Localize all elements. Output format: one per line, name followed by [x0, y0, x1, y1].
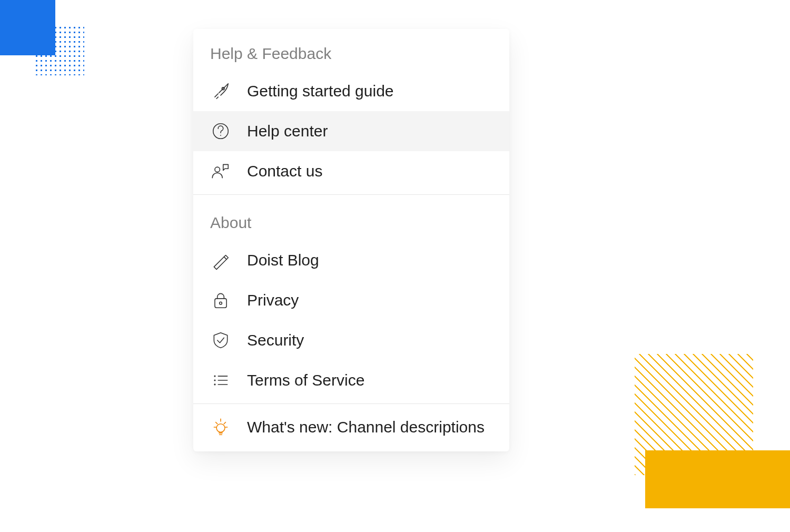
menu-item-whats-new[interactable]: What's new: Channel descriptions: [193, 407, 509, 447]
menu-item-label: Security: [247, 331, 304, 350]
menu-item-privacy[interactable]: Privacy: [193, 280, 509, 320]
divider: [193, 403, 509, 404]
section-title-about: About: [193, 198, 509, 240]
menu-item-label: Privacy: [247, 291, 299, 310]
svg-line-16: [216, 422, 218, 424]
svg-point-12: [216, 424, 225, 432]
menu-item-doist-blog[interactable]: Doist Blog: [193, 240, 509, 280]
svg-point-6: [214, 376, 215, 377]
rocket-icon: [210, 81, 231, 102]
help-menu: Help & Feedback Getting started guide He…: [193, 29, 509, 451]
svg-point-5: [220, 302, 222, 304]
lock-icon: [210, 290, 231, 311]
pencil-icon: [210, 250, 231, 271]
lightbulb-icon: [210, 417, 231, 438]
menu-item-label: Terms of Service: [247, 371, 364, 390]
section-title-help: Help & Feedback: [193, 29, 509, 71]
svg-point-3: [215, 167, 220, 172]
svg-point-2: [220, 135, 221, 136]
list-icon: [210, 370, 231, 391]
divider: [193, 194, 509, 195]
contact-icon: [210, 161, 231, 182]
menu-item-label: Getting started guide: [247, 82, 394, 101]
deco-blue-dots: [34, 25, 84, 75]
svg-line-17: [224, 422, 225, 424]
menu-item-security[interactable]: Security: [193, 320, 509, 360]
menu-item-label: Contact us: [247, 162, 322, 181]
svg-point-8: [214, 379, 215, 381]
svg-point-10: [214, 383, 215, 385]
menu-item-getting-started[interactable]: Getting started guide: [193, 71, 509, 111]
deco-yellow-square: [645, 450, 790, 508]
shield-icon: [210, 330, 231, 351]
svg-rect-4: [215, 299, 226, 308]
menu-item-help-center[interactable]: Help center: [193, 111, 509, 151]
menu-item-contact-us[interactable]: Contact us: [193, 151, 509, 191]
menu-item-label: Help center: [247, 122, 328, 141]
menu-item-label: Doist Blog: [247, 251, 319, 270]
menu-item-label: What's new: Channel descriptions: [247, 418, 485, 437]
menu-item-terms[interactable]: Terms of Service: [193, 360, 509, 400]
question-icon: [210, 121, 231, 142]
